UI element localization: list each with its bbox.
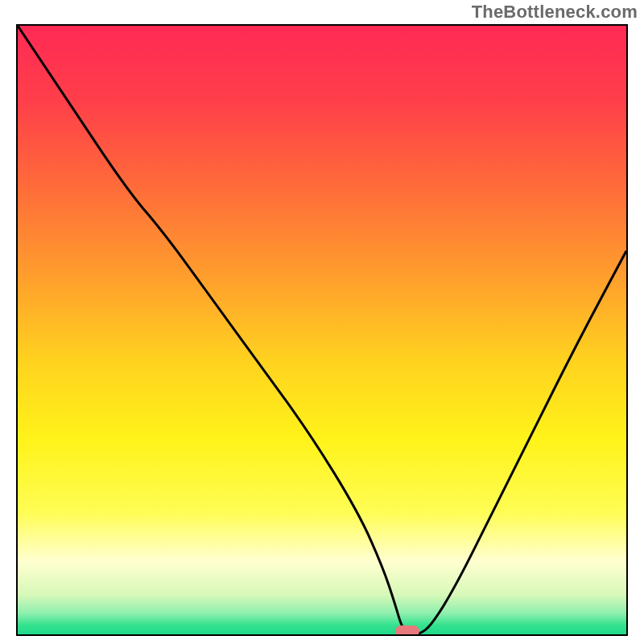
chart-stage: TheBottleneck.com [0,0,644,644]
plot-frame [16,24,628,636]
curve-layer [18,26,626,634]
bottleneck-curve [18,26,626,634]
optimal-point-marker [395,625,419,636]
watermark-text: TheBottleneck.com [472,2,638,23]
